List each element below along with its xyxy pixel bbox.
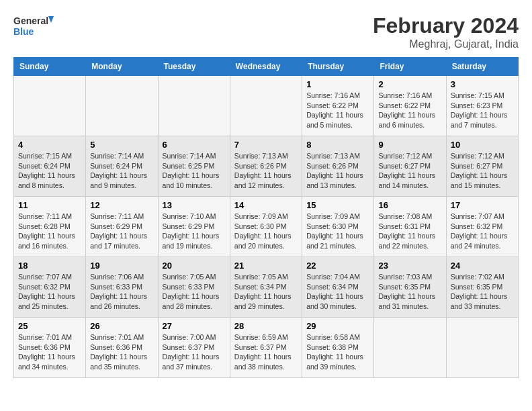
calendar-cell bbox=[14, 76, 86, 136]
day-number: 3 bbox=[451, 79, 514, 89]
day-number: 10 bbox=[451, 140, 514, 150]
calendar-cell: 5Sunrise: 7:14 AM Sunset: 6:24 PM Daylig… bbox=[86, 136, 158, 197]
day-info: Sunrise: 7:06 AM Sunset: 6:33 PM Dayligh… bbox=[90, 272, 153, 312]
day-number: 29 bbox=[306, 321, 369, 331]
week-row-3: 11Sunrise: 7:11 AM Sunset: 6:28 PM Dayli… bbox=[14, 197, 519, 257]
svg-marker-2 bbox=[48, 16, 54, 23]
day-number: 7 bbox=[234, 140, 298, 150]
calendar-cell bbox=[374, 318, 446, 378]
day-info: Sunrise: 7:01 AM Sunset: 6:36 PM Dayligh… bbox=[18, 332, 81, 372]
day-number: 20 bbox=[163, 261, 226, 271]
calendar-cell: 11Sunrise: 7:11 AM Sunset: 6:28 PM Dayli… bbox=[14, 197, 86, 257]
day-info: Sunrise: 7:10 AM Sunset: 6:29 PM Dayligh… bbox=[163, 212, 226, 251]
day-info: Sunrise: 7:13 AM Sunset: 6:26 PM Dayligh… bbox=[306, 151, 369, 191]
day-info: Sunrise: 7:03 AM Sunset: 6:35 PM Dayligh… bbox=[378, 272, 441, 312]
header-cell-friday: Friday bbox=[374, 58, 446, 76]
day-number: 26 bbox=[90, 321, 153, 331]
calendar-cell bbox=[86, 76, 158, 136]
day-info: Sunrise: 7:04 AM Sunset: 6:34 PM Dayligh… bbox=[306, 272, 369, 312]
week-row-4: 18Sunrise: 7:07 AM Sunset: 6:32 PM Dayli… bbox=[14, 257, 519, 318]
calendar-cell: 15Sunrise: 7:09 AM Sunset: 6:30 PM Dayli… bbox=[302, 197, 374, 257]
header: General Blue February 2024 Meghraj, Guja… bbox=[13, 13, 519, 50]
calendar-cell: 16Sunrise: 7:08 AM Sunset: 6:31 PM Dayli… bbox=[374, 197, 446, 257]
calendar-cell bbox=[230, 76, 302, 136]
calendar-cell: 23Sunrise: 7:03 AM Sunset: 6:35 PM Dayli… bbox=[374, 257, 446, 318]
header-cell-saturday: Saturday bbox=[446, 58, 518, 76]
day-number: 25 bbox=[18, 321, 81, 331]
day-number: 27 bbox=[163, 321, 226, 331]
calendar-cell: 8Sunrise: 7:13 AM Sunset: 6:26 PM Daylig… bbox=[302, 136, 374, 197]
day-number: 18 bbox=[18, 261, 81, 271]
calendar-cell bbox=[158, 76, 230, 136]
calendar-cell: 3Sunrise: 7:15 AM Sunset: 6:23 PM Daylig… bbox=[446, 76, 518, 136]
day-info: Sunrise: 7:01 AM Sunset: 6:36 PM Dayligh… bbox=[90, 332, 153, 372]
day-number: 6 bbox=[163, 140, 226, 150]
day-info: Sunrise: 7:05 AM Sunset: 6:33 PM Dayligh… bbox=[163, 272, 226, 312]
title-area: February 2024 Meghraj, Gujarat, India bbox=[373, 13, 519, 50]
calendar-cell: 29Sunrise: 6:58 AM Sunset: 6:38 PM Dayli… bbox=[302, 318, 374, 378]
header-cell-monday: Monday bbox=[86, 58, 158, 76]
day-number: 21 bbox=[234, 261, 298, 271]
day-info: Sunrise: 7:13 AM Sunset: 6:26 PM Dayligh… bbox=[234, 151, 298, 191]
calendar-cell: 24Sunrise: 7:02 AM Sunset: 6:35 PM Dayli… bbox=[446, 257, 518, 318]
calendar-cell: 26Sunrise: 7:01 AM Sunset: 6:36 PM Dayli… bbox=[86, 318, 158, 378]
day-info: Sunrise: 7:00 AM Sunset: 6:37 PM Dayligh… bbox=[163, 332, 226, 372]
day-number: 28 bbox=[234, 321, 298, 331]
day-info: Sunrise: 7:11 AM Sunset: 6:29 PM Dayligh… bbox=[90, 212, 153, 251]
day-number: 11 bbox=[18, 200, 81, 210]
calendar-cell: 28Sunrise: 6:59 AM Sunset: 6:37 PM Dayli… bbox=[230, 318, 302, 378]
day-info: Sunrise: 6:58 AM Sunset: 6:38 PM Dayligh… bbox=[306, 332, 369, 372]
header-cell-thursday: Thursday bbox=[302, 58, 374, 76]
svg-text:Blue: Blue bbox=[13, 26, 34, 37]
calendar-cell: 25Sunrise: 7:01 AM Sunset: 6:36 PM Dayli… bbox=[14, 318, 86, 378]
header-row: SundayMondayTuesdayWednesdayThursdayFrid… bbox=[14, 58, 519, 76]
day-info: Sunrise: 7:07 AM Sunset: 6:32 PM Dayligh… bbox=[451, 212, 514, 251]
calendar-cell: 17Sunrise: 7:07 AM Sunset: 6:32 PM Dayli… bbox=[446, 197, 518, 257]
day-info: Sunrise: 7:07 AM Sunset: 6:32 PM Dayligh… bbox=[18, 272, 81, 312]
calendar-cell: 19Sunrise: 7:06 AM Sunset: 6:33 PM Dayli… bbox=[86, 257, 158, 318]
sub-title: Meghraj, Gujarat, India bbox=[373, 38, 519, 50]
day-number: 4 bbox=[18, 140, 81, 150]
day-number: 14 bbox=[234, 200, 298, 210]
calendar-cell: 7Sunrise: 7:13 AM Sunset: 6:26 PM Daylig… bbox=[230, 136, 302, 197]
day-info: Sunrise: 7:12 AM Sunset: 6:27 PM Dayligh… bbox=[451, 151, 514, 191]
day-number: 16 bbox=[378, 200, 441, 210]
main-title: February 2024 bbox=[373, 13, 519, 38]
day-info: Sunrise: 7:05 AM Sunset: 6:34 PM Dayligh… bbox=[234, 272, 298, 312]
calendar-cell: 1Sunrise: 7:16 AM Sunset: 6:22 PM Daylig… bbox=[302, 76, 374, 136]
day-number: 8 bbox=[306, 140, 369, 150]
day-info: Sunrise: 6:59 AM Sunset: 6:37 PM Dayligh… bbox=[234, 332, 298, 372]
calendar-cell: 2Sunrise: 7:16 AM Sunset: 6:22 PM Daylig… bbox=[374, 76, 446, 136]
day-number: 9 bbox=[378, 140, 441, 150]
day-number: 12 bbox=[90, 200, 153, 210]
calendar-cell: 6Sunrise: 7:14 AM Sunset: 6:25 PM Daylig… bbox=[158, 136, 230, 197]
day-info: Sunrise: 7:11 AM Sunset: 6:28 PM Dayligh… bbox=[18, 212, 81, 251]
day-number: 24 bbox=[451, 261, 514, 271]
calendar-cell: 4Sunrise: 7:15 AM Sunset: 6:24 PM Daylig… bbox=[14, 136, 86, 197]
day-number: 23 bbox=[378, 261, 441, 271]
day-info: Sunrise: 7:09 AM Sunset: 6:30 PM Dayligh… bbox=[306, 212, 369, 251]
day-number: 2 bbox=[378, 79, 441, 89]
day-info: Sunrise: 7:16 AM Sunset: 6:22 PM Dayligh… bbox=[378, 91, 441, 130]
calendar-cell: 13Sunrise: 7:10 AM Sunset: 6:29 PM Dayli… bbox=[158, 197, 230, 257]
day-info: Sunrise: 7:12 AM Sunset: 6:27 PM Dayligh… bbox=[378, 151, 441, 191]
logo: General Blue bbox=[13, 13, 54, 40]
day-info: Sunrise: 7:15 AM Sunset: 6:23 PM Dayligh… bbox=[451, 91, 514, 130]
day-number: 17 bbox=[451, 200, 514, 210]
calendar-cell bbox=[446, 318, 518, 378]
day-number: 1 bbox=[306, 79, 369, 89]
logo-svg: General Blue bbox=[13, 13, 54, 40]
calendar-table: SundayMondayTuesdayWednesdayThursdayFrid… bbox=[13, 57, 519, 378]
week-row-1: 1Sunrise: 7:16 AM Sunset: 6:22 PM Daylig… bbox=[14, 76, 519, 136]
calendar-cell: 22Sunrise: 7:04 AM Sunset: 6:34 PM Dayli… bbox=[302, 257, 374, 318]
day-info: Sunrise: 7:14 AM Sunset: 6:24 PM Dayligh… bbox=[90, 151, 153, 191]
calendar-cell: 12Sunrise: 7:11 AM Sunset: 6:29 PM Dayli… bbox=[86, 197, 158, 257]
calendar-cell: 18Sunrise: 7:07 AM Sunset: 6:32 PM Dayli… bbox=[14, 257, 86, 318]
calendar-cell: 10Sunrise: 7:12 AM Sunset: 6:27 PM Dayli… bbox=[446, 136, 518, 197]
week-row-5: 25Sunrise: 7:01 AM Sunset: 6:36 PM Dayli… bbox=[14, 318, 519, 378]
day-info: Sunrise: 7:14 AM Sunset: 6:25 PM Dayligh… bbox=[163, 151, 226, 191]
day-number: 19 bbox=[90, 261, 153, 271]
day-number: 5 bbox=[90, 140, 153, 150]
header-cell-tuesday: Tuesday bbox=[158, 58, 230, 76]
calendar-cell: 20Sunrise: 7:05 AM Sunset: 6:33 PM Dayli… bbox=[158, 257, 230, 318]
